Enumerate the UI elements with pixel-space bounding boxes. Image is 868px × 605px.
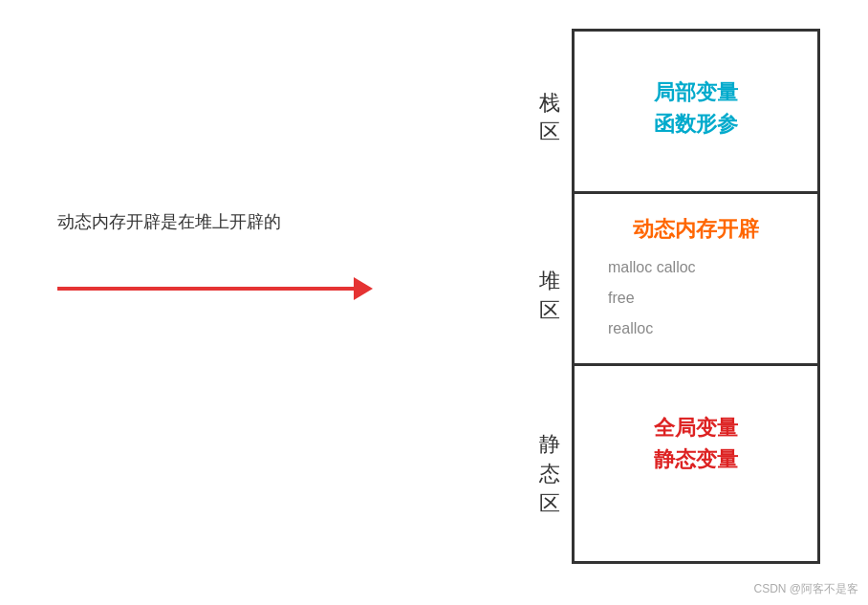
static-box: 全局变量静态变量 [575,366,817,529]
func-malloc-calloc: malloc calloc [608,252,803,283]
section-labels: 栈 区 堆 区 静 态 区 [539,29,560,564]
func-free: free [608,283,803,313]
heap-title: 动态内存开辟 [633,213,759,245]
arrow-head [354,277,373,300]
memory-boxes: 局部变量函数形参 动态内存开辟 malloc calloc free reall… [572,29,820,564]
heap-functions: malloc calloc free realloc [589,252,803,344]
heap-box: 动态内存开辟 malloc calloc free realloc [575,194,817,366]
diagram: 栈 区 堆 区 静 态 区 局部变量 [539,29,820,564]
static-title: 全局变量静态变量 [654,412,738,475]
watermark: CSDN @阿客不是客 [753,581,858,597]
label-stack: 栈 区 [539,29,560,207]
stack-box: 局部变量函数形参 [575,32,817,194]
page-container: 动态内存开辟是在堆上开辟的 栈 区 堆 区 静 [0,0,868,605]
label-static: 静 态 区 [539,385,560,564]
arrow [57,277,373,300]
left-label: 动态内存开辟是在堆上开辟的 [57,210,281,233]
func-realloc: realloc [608,313,803,344]
stack-title: 局部变量函数形参 [654,76,738,140]
arrow-line [57,287,354,291]
label-heap: 堆 区 [539,207,560,386]
